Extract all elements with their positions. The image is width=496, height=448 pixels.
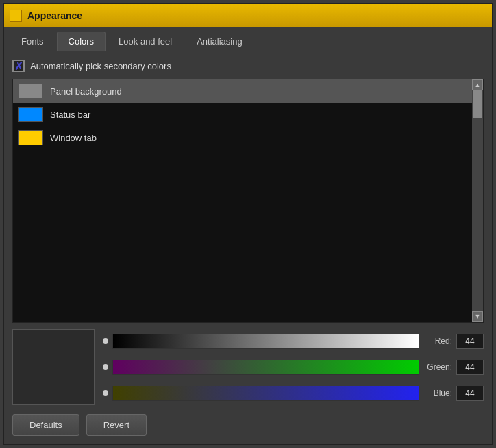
green-value[interactable]: 44 xyxy=(456,360,484,375)
blue-slider-track[interactable] xyxy=(112,386,419,401)
revert-button[interactable]: Revert xyxy=(86,414,147,436)
red-slider-dot xyxy=(103,338,108,344)
title-bar: Appearance xyxy=(4,4,492,27)
auto-secondary-colors-checkbox[interactable]: ✗ xyxy=(12,60,25,72)
blue-label: Blue: xyxy=(423,388,452,398)
tab-colors[interactable]: Colors xyxy=(57,32,106,51)
red-slider-row: Red: 44 xyxy=(103,334,484,349)
tab-fonts[interactable]: Fonts xyxy=(10,32,55,51)
window-tab-label: Window tab xyxy=(50,133,97,143)
blue-gradient xyxy=(113,386,419,400)
color-picker-section: Red: 44 Green: 44 xyxy=(12,329,484,405)
buttons-row: Defaults Revert xyxy=(12,414,484,436)
list-item[interactable]: Window tab xyxy=(13,126,472,149)
red-slider-track[interactable] xyxy=(112,334,419,349)
color-list-scrollbar[interactable]: ▲ ▼ xyxy=(472,79,483,322)
auto-secondary-colors-row: ✗ Automatically pick secondary colors xyxy=(12,60,484,72)
color-preview xyxy=(12,329,95,405)
red-gradient xyxy=(113,334,419,348)
blue-slider-row: Blue: 44 xyxy=(103,386,484,401)
tab-look-and-feel[interactable]: Look and feel xyxy=(107,32,184,51)
green-slider-row: Green: 44 xyxy=(103,360,484,375)
red-label: Red: xyxy=(423,336,452,346)
checkmark-icon: ✗ xyxy=(14,61,23,71)
defaults-button[interactable]: Defaults xyxy=(12,414,79,436)
window-icon xyxy=(10,10,22,22)
panel-background-label: Panel background xyxy=(50,86,122,97)
sliders-section: Red: 44 Green: 44 xyxy=(103,329,484,405)
window-title: Appearance xyxy=(27,10,82,21)
blue-value[interactable]: 44 xyxy=(456,386,484,401)
panel-background-swatch xyxy=(18,84,43,99)
list-item[interactable]: Status bar xyxy=(13,103,472,126)
green-label: Green: xyxy=(423,362,452,372)
red-value[interactable]: 44 xyxy=(456,334,484,349)
scrollbar-down-btn[interactable]: ▼ xyxy=(472,311,483,322)
scrollbar-track[interactable] xyxy=(472,90,483,311)
list-item[interactable]: Panel background xyxy=(13,79,472,103)
status-bar-swatch xyxy=(18,107,43,122)
green-slider-dot xyxy=(103,364,108,370)
auto-secondary-colors-label: Automatically pick secondary colors xyxy=(30,61,171,71)
scrollbar-up-btn[interactable]: ▲ xyxy=(472,79,483,90)
blue-slider-dot xyxy=(103,390,108,396)
tabs-bar: Fonts Colors Look and feel Antialiasing xyxy=(4,27,492,51)
scrollbar-thumb[interactable] xyxy=(473,90,482,118)
window-tab-swatch xyxy=(18,130,43,145)
color-list: Panel background Status bar Window tab xyxy=(13,79,472,322)
tab-antialiasing[interactable]: Antialiasing xyxy=(185,32,254,51)
color-list-container: Panel background Status bar Window tab ▲… xyxy=(12,79,484,323)
green-slider-track[interactable] xyxy=(112,360,419,375)
status-bar-label: Status bar xyxy=(50,110,90,120)
green-gradient xyxy=(113,360,419,374)
tab-content: ✗ Automatically pick secondary colors Pa… xyxy=(4,51,492,444)
appearance-window: Appearance Fonts Colors Look and feel An… xyxy=(3,3,493,445)
